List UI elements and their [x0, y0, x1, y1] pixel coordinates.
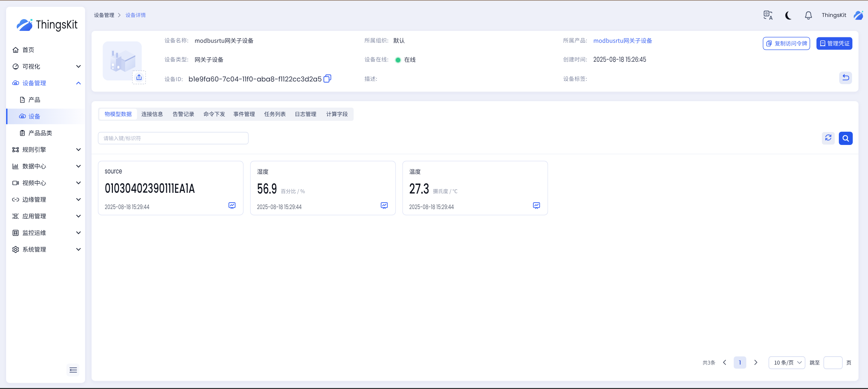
svg-text:P: P	[22, 99, 23, 102]
